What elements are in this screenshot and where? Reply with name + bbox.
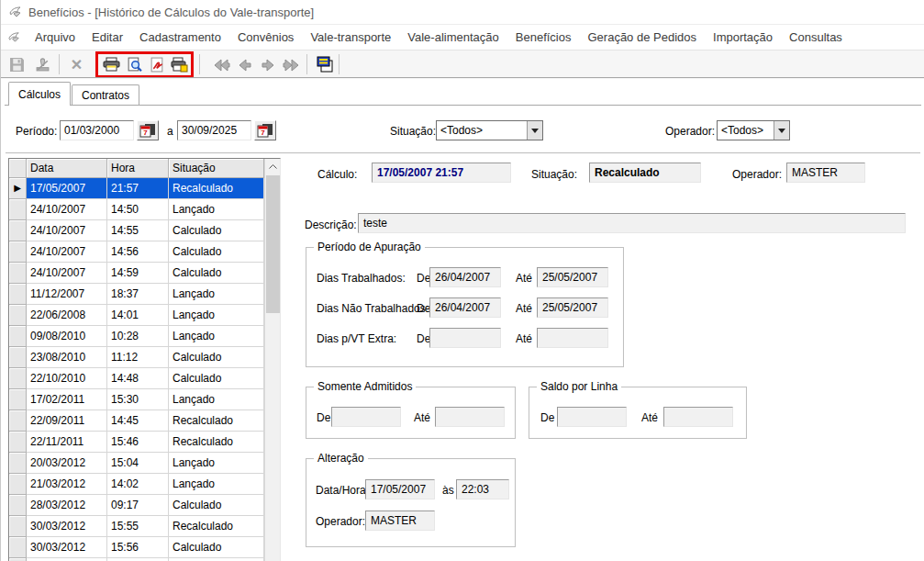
operador-select[interactable]: <Todos> — [717, 120, 790, 140]
form-view-icon[interactable] — [314, 53, 337, 76]
cell-situacao[interactable]: Recalculado — [169, 410, 264, 432]
chevron-down-icon[interactable] — [527, 121, 542, 140]
cell-hora[interactable]: 14:50 — [107, 199, 169, 220]
cell-data[interactable]: 24/10/2007 — [27, 220, 107, 241]
menu-item[interactable]: Arquivo — [27, 27, 83, 48]
menu-item[interactable]: Importação — [705, 27, 781, 48]
table-row[interactable]: 22/09/2011 14:45 Recalculado — [9, 410, 264, 432]
cell-data[interactable]: 22/10/2010 — [27, 368, 107, 389]
nav-first-icon[interactable] — [210, 53, 233, 76]
nav-next-icon[interactable] — [256, 53, 279, 76]
situacao-select[interactable]: <Todos> — [436, 120, 543, 140]
cell-hora[interactable]: 14:48 — [107, 368, 169, 389]
cell-data[interactable]: 24/10/2007 — [27, 263, 107, 284]
menu-item[interactable]: Convênios — [229, 27, 302, 48]
table-row[interactable]: 23/08/2010 11:12 Calculado — [9, 347, 264, 368]
cell-situacao[interactable]: Recalculado — [169, 432, 264, 453]
cell-situacao[interactable]: Recalculado — [169, 516, 264, 537]
cell-hora[interactable]: 14:01 — [107, 305, 169, 326]
cell-hora[interactable]: 10:28 — [107, 326, 169, 347]
cell-situacao[interactable]: Calculado — [169, 368, 264, 389]
table-row[interactable]: 28/03/2012 09:17 Calculado — [9, 495, 264, 516]
cell-hora[interactable]: 21:57 — [107, 178, 169, 199]
periodo-to-input[interactable]: 30/09/2025 — [177, 120, 251, 140]
cell-hora[interactable]: 14:45 — [107, 410, 169, 432]
cell-hora[interactable]: 15:04 — [107, 453, 169, 474]
cell-situacao[interactable]: Recalculado — [169, 178, 264, 199]
menu-item[interactable]: Benefícios — [507, 27, 580, 48]
cell-data[interactable]: 23/08/2010 — [27, 347, 107, 368]
table-row[interactable]: 17/02/2011 15:30 Lançado — [9, 389, 264, 410]
cell-situacao[interactable]: Calculado — [169, 263, 264, 284]
cell-hora[interactable]: 14:59 — [107, 263, 169, 284]
table-row[interactable]: 22/11/2011 15:46 Recalculado — [9, 432, 264, 453]
cell-situacao[interactable]: Calculado — [169, 537, 264, 558]
cell-data[interactable]: 22/06/2008 — [27, 305, 107, 326]
tab-contratos[interactable]: Contratos — [72, 84, 139, 105]
cell-situacao[interactable]: Lançado — [169, 389, 264, 410]
cell-data[interactable]: 22/11/2011 — [27, 432, 107, 453]
cell-situacao[interactable]: Lançado — [169, 284, 264, 305]
calendar-icon[interactable]: 7 — [137, 120, 159, 140]
cell-hora[interactable]: 15:56 — [107, 537, 169, 558]
cell-situacao[interactable]: Lançado — [169, 474, 264, 495]
table-row[interactable]: 30/03/2012 15:56 Calculado — [9, 537, 264, 558]
table-row[interactable]: 24/10/2007 14:50 Lançado — [9, 199, 264, 220]
print-setup-icon[interactable] — [168, 53, 191, 76]
table-row[interactable]: 22/06/2008 14:01 Lançado — [9, 305, 264, 326]
nav-prev-icon[interactable] — [233, 53, 256, 76]
post-icon[interactable] — [31, 53, 54, 76]
table-row[interactable]: 30/03/2012 15:55 Recalculado — [9, 516, 264, 537]
menu-item[interactable]: Consultas — [781, 27, 851, 48]
table-row[interactable]: 11/12/2007 18:37 Lançado — [9, 284, 264, 305]
cell-situacao[interactable]: Calculado — [169, 495, 264, 516]
cell-data[interactable]: 09/08/2010 — [27, 326, 107, 347]
cell-data[interactable]: 24/10/2007 — [27, 199, 107, 220]
cell-hora[interactable]: 14:55 — [107, 220, 169, 241]
scrollbar-thumb[interactable] — [266, 175, 280, 313]
cell-situacao[interactable]: Lançado — [169, 199, 264, 220]
cell-data[interactable]: 24/10/2007 — [27, 241, 107, 263]
table-row[interactable]: 24/10/2007 14:56 Calculado — [9, 241, 264, 263]
grid-scrollbar[interactable] — [264, 159, 280, 561]
periodo-from-input[interactable]: 01/03/2000 — [60, 120, 134, 140]
cell-hora[interactable]: 18:37 — [107, 284, 169, 305]
cell-data[interactable]: 17/02/2011 — [27, 389, 107, 410]
cell-data[interactable]: 22/09/2011 — [27, 410, 107, 432]
cell-situacao[interactable]: Calculado — [169, 347, 264, 368]
cell-hora[interactable]: 15:55 — [107, 516, 169, 537]
table-row[interactable]: ▶ 17/05/2007 21:57 Recalculado — [9, 178, 264, 199]
cell-data[interactable]: 30/03/2012 — [27, 537, 107, 558]
cell-situacao[interactable]: Lançado — [169, 326, 264, 347]
print-icon[interactable] — [100, 53, 123, 76]
table-row[interactable]: 22/10/2010 14:48 Calculado — [9, 368, 264, 389]
print-preview-icon[interactable] — [123, 53, 146, 76]
cell-hora[interactable]: 15:30 — [107, 389, 169, 410]
cell-data[interactable]: 20/03/2012 — [27, 453, 107, 474]
table-row[interactable]: 20/03/2012 15:04 Lançado — [9, 453, 264, 474]
table-row[interactable]: 09/08/2010 10:28 Lançado — [9, 326, 264, 347]
pdf-export-icon[interactable] — [146, 53, 169, 76]
cell-hora[interactable]: 09:17 — [107, 495, 169, 516]
calendar-icon[interactable]: 7 — [254, 120, 276, 140]
menu-item[interactable]: Cadastramento — [131, 27, 229, 48]
nav-last-icon[interactable] — [279, 53, 302, 76]
cell-data[interactable]: 11/12/2007 — [27, 284, 107, 305]
menu-item[interactable]: Vale-transporte — [302, 27, 399, 48]
cell-data[interactable]: 21/03/2012 — [27, 474, 107, 495]
table-row[interactable]: 24/10/2007 14:55 Calculado — [9, 220, 264, 241]
chevron-down-icon[interactable] — [774, 121, 789, 140]
menu-item[interactable]: Geração de Pedidos — [579, 27, 705, 48]
cell-data[interactable]: 30/03/2012 — [27, 516, 107, 537]
tab-calculos[interactable]: Cálculos — [8, 82, 71, 106]
cell-situacao[interactable]: Calculado — [169, 241, 264, 263]
cell-situacao[interactable]: Lançado — [169, 305, 264, 326]
cell-hora[interactable]: 11:12 — [107, 347, 169, 368]
table-row[interactable]: 24/10/2007 14:59 Calculado — [9, 263, 264, 284]
cell-situacao[interactable]: Calculado — [169, 220, 264, 241]
cell-data[interactable]: 17/05/2007 — [27, 178, 107, 199]
menu-item[interactable]: Vale-alimentação — [399, 27, 507, 48]
save-icon[interactable] — [6, 53, 28, 76]
cell-situacao[interactable]: Lançado — [169, 453, 264, 474]
cell-hora[interactable]: 15:46 — [107, 432, 169, 453]
